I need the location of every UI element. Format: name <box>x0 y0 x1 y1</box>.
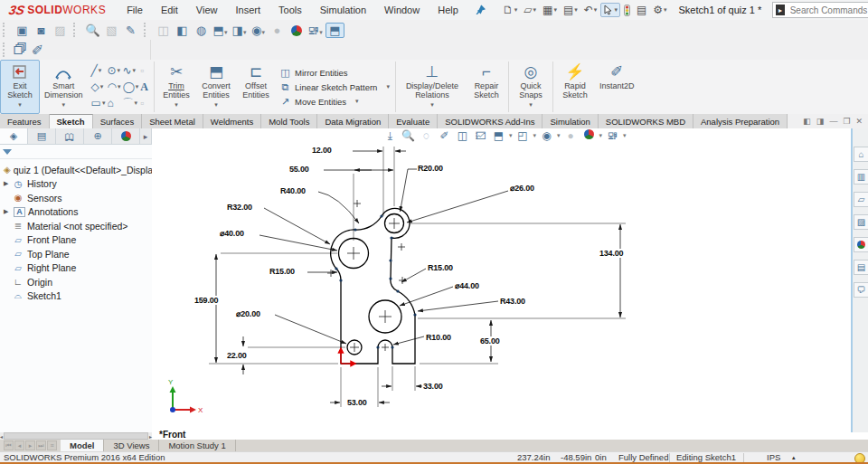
dimension-label[interactable]: 55.00 <box>288 165 310 174</box>
screen-capture-icon[interactable]: ▣ <box>14 24 31 37</box>
text-tool[interactable]: A <box>140 79 148 95</box>
tab-mold-tools[interactable]: Mold Tools <box>261 114 317 128</box>
tree-tabs-overflow[interactable]: ▸ <box>140 128 152 144</box>
line-tool[interactable]: ╱▾ <box>91 62 106 79</box>
sketch-measure-icon[interactable]: ✐ <box>29 42 46 59</box>
options-list-button[interactable]: ▤ <box>634 2 649 18</box>
section-view-icon[interactable]: ◧ <box>174 24 191 37</box>
tree-item-material[interactable]: ≣ Material <not specified> <box>0 219 152 233</box>
propertymanager-tab[interactable]: ▤ <box>28 128 56 144</box>
offset-entities-button[interactable]: ⊏ Offset Entities <box>236 60 276 114</box>
doc-minimize-button[interactable]: — <box>829 117 837 126</box>
dimension-label[interactable]: 65.00 <box>479 336 501 346</box>
displaymanager-tab[interactable] <box>112 128 140 144</box>
3d-views-tab[interactable]: 3D Views <box>104 440 159 451</box>
menu-view[interactable]: View <box>188 3 226 17</box>
tree-item-front-plane[interactable]: ▱ Front Plane <box>0 233 152 248</box>
tab-features[interactable]: Features <box>0 114 50 128</box>
display-style-icon[interactable]: ◨▾ <box>231 24 248 37</box>
move-entities-button[interactable]: ↗Move Entities▾ <box>279 96 390 108</box>
rectangle-tool[interactable]: ◇▾ <box>91 79 106 95</box>
prev-tab-icon[interactable]: ◂ <box>14 440 24 450</box>
convert-caret[interactable]: ▾ <box>214 101 218 109</box>
dimension-lines[interactable] <box>216 151 620 402</box>
display-delete-relations-button[interactable]: ⊥ Display/Delete Relations ▾ <box>398 60 467 114</box>
dimxpertmanager-tab[interactable]: ⊕ <box>84 128 112 144</box>
pin-menu-icon[interactable] <box>476 5 486 16</box>
tab-solidworks-addins[interactable]: SOLIDWORKS Add-Ins <box>438 114 542 128</box>
quick-snaps-caret[interactable]: ▾ <box>529 101 533 109</box>
scroll-left-arrow[interactable]: ◂ <box>0 433 3 440</box>
scroll-right-arrow[interactable]: ▸ <box>149 433 152 440</box>
tree-item-right-plane[interactable]: ▱ Right Plane <box>0 261 152 276</box>
dimension-label[interactable]: R43.00 <box>499 297 526 306</box>
search-commands-box[interactable]: ▸ ▾ <box>772 2 868 18</box>
dimension-label[interactable]: R32.00 <box>226 203 253 212</box>
dimension-label[interactable]: R15.00 <box>427 263 454 272</box>
point-tool[interactable]: ▫ <box>140 95 148 111</box>
smart-dimension-caret[interactable]: ▾ <box>62 101 66 109</box>
menu-tools[interactable]: Tools <box>270 3 310 17</box>
record-video-icon[interactable]: ◙ <box>33 24 50 37</box>
save-button[interactable]: ▦▾ <box>540 2 560 18</box>
doc-restore-button[interactable]: ❐ <box>843 117 850 126</box>
dimension-label[interactable]: R15.00 <box>269 267 296 276</box>
repair-sketch-button[interactable]: ⌐ Repair Sketch <box>467 60 506 114</box>
tree-item-sketch1[interactable]: ⌓ Sketch1 <box>0 289 152 304</box>
convert-entities-button[interactable]: ⬒ Convert Entities ▾ <box>196 60 236 114</box>
custom-properties-icon[interactable]: ▤ <box>854 260 868 275</box>
first-tab-icon[interactable]: ⏮ <box>4 440 14 450</box>
graphics-viewport[interactable]: ⤓ 🔍 ◌ ✐ ◫ 🗠 ⬒▾ ◰▾ ◉▾ ● ▾ 🖳▾ <box>152 128 851 434</box>
tab-evaluate[interactable]: Evaluate <box>389 114 438 128</box>
trim-caret[interactable]: ▾ <box>175 101 178 109</box>
dimension-label[interactable]: ⌀44.00 <box>454 281 480 290</box>
tab-surfaces[interactable]: Surfaces <box>93 114 143 128</box>
configurationmanager-tab[interactable]: 🕮 <box>56 128 84 144</box>
tab-simulation[interactable]: Simulation <box>542 114 598 128</box>
sketch-canvas[interactable]: Y X <box>152 128 851 432</box>
fillet-tool[interactable]: ⌒▾ <box>122 95 138 111</box>
rapid-sketch-button[interactable]: ⚡ Rapid Sketch <box>555 60 595 114</box>
home-icon[interactable]: ⌂ <box>854 147 868 162</box>
sketch-origin[interactable] <box>339 348 356 366</box>
options-gear-button[interactable]: ⚙▾ <box>650 2 669 18</box>
tree-item-history[interactable]: ▶ ◷ History <box>0 177 152 192</box>
motion-study-tab[interactable]: Motion Study 1 <box>159 440 235 451</box>
tree-item-annotations[interactable]: ▶ A Annotations <box>0 205 152 220</box>
mirror-entities-button[interactable]: ◫Mirror Entities <box>279 67 390 79</box>
tab-list-icon[interactable]: ≡ <box>47 440 57 450</box>
new-document-button[interactable]: 🗋▾ <box>500 2 521 18</box>
filter-funnel-icon[interactable] <box>3 149 12 155</box>
tab-weldments[interactable]: Weldments <box>203 114 261 128</box>
polygon-tool[interactable]: ⌂ <box>107 95 120 111</box>
view-orientation-icon[interactable]: ⬒▾ <box>212 24 229 37</box>
menu-edit[interactable]: Edit <box>153 3 186 17</box>
scrollbar-thumb[interactable] <box>4 432 148 440</box>
measure-icon[interactable]: ✎ <box>122 24 139 37</box>
dimension-label[interactable]: 134.00 <box>599 249 624 258</box>
tree-root-item[interactable]: ◈ quiz 1 (Default<<Default>_Display Stat <box>0 163 152 177</box>
apply-scene-icon[interactable] <box>288 24 305 37</box>
menu-window[interactable]: Window <box>376 3 428 17</box>
dimension-label[interactable]: 33.00 <box>422 382 444 391</box>
tab-sheet-metal[interactable]: Sheet Metal <box>142 114 203 128</box>
display-caret[interactable]: ▾ <box>430 101 434 109</box>
menu-insert[interactable]: Insert <box>228 3 269 17</box>
shaded-cube-selected-icon[interactable]: ⬒ <box>326 23 344 38</box>
menu-help[interactable]: Help <box>429 3 467 17</box>
tree-item-origin[interactable]: ∟ Origin <box>0 275 152 289</box>
view-settings-icon[interactable]: 🖳▾ <box>307 24 324 37</box>
view-palette-icon[interactable]: ▨ <box>854 214 868 230</box>
select-tool-button[interactable]: ▾ <box>600 3 620 17</box>
search-scope-icon[interactable]: ▸ <box>776 5 784 15</box>
move-caret[interactable]: ▾ <box>355 98 359 105</box>
tree-filter-row[interactable] <box>0 145 152 159</box>
tab-nav-cluster[interactable]: ⏮ ◂ ▸ ⏭ ≡ <box>0 440 61 451</box>
open-document-button[interactable]: ▱▾ <box>521 2 539 18</box>
expand-arrow-icon[interactable]: ▶ <box>4 208 12 215</box>
linear-caret[interactable]: ▾ <box>386 83 390 90</box>
dimension-label[interactable]: ⌀40.00 <box>219 229 245 238</box>
toolbar-grip[interactable] <box>144 23 150 37</box>
dimension-label[interactable]: 53.00 <box>346 398 368 407</box>
menu-file[interactable]: File <box>118 3 151 17</box>
